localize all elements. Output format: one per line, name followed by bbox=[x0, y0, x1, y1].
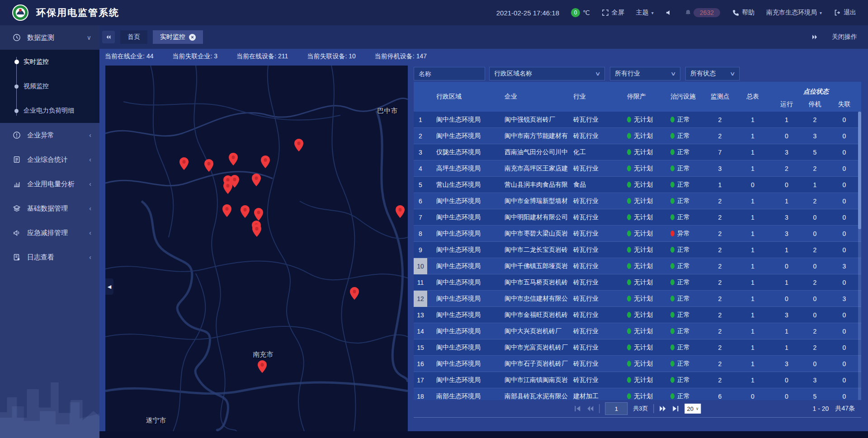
map-marker-icon[interactable] bbox=[261, 155, 270, 168]
sidebar-subitem[interactable]: 企业电力负荷明细 bbox=[0, 99, 99, 123]
table-row[interactable]: 16阆中生态环境局阆中市石子页岩机砖厂砖瓦行业无计划正常21300 bbox=[414, 356, 861, 372]
cell-industry: 建材加工 bbox=[570, 392, 622, 400]
mute-button[interactable] bbox=[665, 9, 673, 16]
page-size-select[interactable]: 20 ∨ bbox=[685, 404, 701, 414]
map-marker-icon[interactable] bbox=[204, 159, 213, 172]
cell-monitor-points: 2 bbox=[705, 246, 735, 254]
help-button[interactable]: 帮助 bbox=[732, 9, 755, 17]
cell-running: 1 bbox=[771, 246, 802, 254]
theme-menu[interactable]: 主题 ▾ bbox=[636, 9, 654, 17]
tab-bar: 首页 实时监控 × 关闭操作 bbox=[99, 25, 868, 49]
table-header: 行政区域 企业 行业 停限产 治污设施 监测点 总表 点位状态 运行 停机 失联 bbox=[414, 82, 861, 112]
sidebar-collapse-button[interactable]: ◀ bbox=[105, 278, 113, 295]
table-row[interactable]: 12阆中生态环境局阆中市忠信建材有限公砖瓦行业无计划正常21003 bbox=[414, 291, 861, 307]
table-row[interactable]: 18南部生态环境局南部县砖瓦水泥有限公建材加工无计划正常60050 bbox=[414, 388, 861, 400]
cell-offline: 0 bbox=[827, 279, 861, 286]
cell-running: 1 bbox=[771, 116, 802, 123]
table-row[interactable]: 5营山生态环境局营山县润丰肉食品有限食品无计划正常10010 bbox=[414, 177, 861, 193]
status-dot-icon bbox=[627, 344, 631, 350]
map-marker-icon[interactable] bbox=[396, 205, 405, 218]
pagination-controls: 共3页 20 ∨ bbox=[574, 400, 701, 417]
table-row[interactable]: 10阆中生态环境局阆中千佛镇五郎垭页岩砖瓦行业无计划正常21003 bbox=[414, 258, 861, 274]
close-tab-icon[interactable]: × bbox=[189, 34, 196, 41]
cell-region: 阆中生态环境局 bbox=[427, 230, 500, 238]
table-row[interactable]: 7阆中生态环境局阆中明阳建材有限公司砖瓦行业无计划正常21300 bbox=[414, 209, 861, 226]
table-row[interactable]: 8阆中生态环境局阆中市枣碧大梁山页岩砖瓦行业无计划异常21300 bbox=[414, 226, 861, 242]
table-row[interactable]: 14阆中生态环境局阆中大兴页岩机砖厂砖瓦行业无计划正常21120 bbox=[414, 323, 861, 339]
first-page-button[interactable] bbox=[574, 405, 581, 412]
map-marker-icon[interactable] bbox=[222, 204, 231, 217]
map-panel[interactable]: ◀ 巴中市南充市遂宁市 bbox=[105, 66, 408, 431]
sidebar-item[interactable]: 企业综合统计‹ bbox=[0, 147, 99, 172]
cell-offline: 0 bbox=[827, 377, 861, 384]
row-index: 16 bbox=[414, 356, 427, 372]
table-row[interactable]: 17阆中生态环境局阆中市江南镇阆南页岩砖瓦行业无计划正常21030 bbox=[414, 372, 861, 388]
sidebar-item[interactable]: 日志查看‹ bbox=[0, 245, 99, 269]
map-marker-icon[interactable] bbox=[350, 287, 359, 300]
status-dot-icon bbox=[670, 231, 675, 236]
status-dot-icon bbox=[627, 165, 631, 171]
cell-industry: 砖瓦行业 bbox=[570, 213, 622, 221]
tabs-scroll-right-button[interactable] bbox=[808, 31, 821, 43]
table-row[interactable]: 3仪陇生态环境局西南油气田分公司川中化工无计划正常71350 bbox=[414, 144, 861, 160]
close-operations-menu[interactable]: 关闭操作 bbox=[832, 33, 857, 41]
row-index: 7 bbox=[414, 209, 427, 226]
cell-industry: 砖瓦行业 bbox=[570, 327, 622, 335]
cell-meters: 1 bbox=[735, 360, 771, 367]
sidebar-subitem[interactable]: 视频监控 bbox=[0, 74, 99, 99]
map-marker-icon[interactable] bbox=[254, 208, 263, 221]
sidebar-item[interactable]: 数据监测∨ bbox=[0, 25, 99, 50]
region-filter-select[interactable]: 行政区域名称 ∨ bbox=[489, 67, 605, 80]
last-page-button[interactable] bbox=[672, 405, 679, 412]
table-scrollbar[interactable] bbox=[858, 112, 861, 400]
previous-page-button[interactable] bbox=[586, 405, 594, 412]
table-row[interactable]: 6阆中生态环境局阆中市金博瑞新型墙材砖瓦行业无计划正常21120 bbox=[414, 193, 861, 209]
status-filter-select[interactable]: 所有状态 ∨ bbox=[685, 67, 740, 80]
sidebar-item[interactable]: 企业用电量分析‹ bbox=[0, 172, 99, 196]
column-header-index bbox=[414, 82, 427, 112]
tabs-scroll-left-button[interactable] bbox=[102, 31, 115, 43]
tab-home[interactable]: 首页 bbox=[120, 30, 147, 44]
table-row[interactable]: 9阆中生态环境局阆中市二龙长宝页岩砖砖瓦行业无计划正常21120 bbox=[414, 242, 861, 258]
map-marker-icon[interactable] bbox=[179, 157, 189, 170]
table-row[interactable]: 4高坪生态环境局南充市高坪区王家店建砖瓦行业无计划正常31220 bbox=[414, 160, 861, 177]
name-filter-input[interactable] bbox=[414, 67, 485, 80]
map-marker-icon[interactable] bbox=[223, 181, 232, 194]
status-dot-icon bbox=[627, 312, 631, 318]
temperature-badge: 0 bbox=[571, 8, 580, 17]
cell-facility-status: 正常 bbox=[665, 197, 705, 205]
industry-filter-select[interactable]: 所有行业 ∨ bbox=[610, 67, 680, 80]
sidebar-item[interactable]: 企业异常‹ bbox=[0, 123, 99, 147]
sidebar-subitem[interactable]: 实时监控 bbox=[0, 50, 99, 74]
table-row[interactable]: 15阆中生态环境局阆中市光富页岩机砖厂砖瓦行业无计划正常21120 bbox=[414, 339, 861, 356]
logout-button[interactable]: 退出 bbox=[834, 9, 856, 17]
table-row[interactable]: 13阆中生态环境局阆中市金福旺页岩机砖砖瓦行业无计划正常21300 bbox=[414, 307, 861, 323]
stat-item: 当前在线企业:44 bbox=[105, 52, 153, 61]
next-page-button[interactable] bbox=[660, 405, 667, 412]
sidebar-item[interactable]: 基础数据管理‹ bbox=[0, 196, 99, 221]
cell-region: 阆中生态环境局 bbox=[427, 262, 500, 270]
tab-realtime-monitor[interactable]: 实时监控 × bbox=[153, 30, 203, 44]
cell-stopped: 5 bbox=[802, 393, 827, 400]
map-marker-icon[interactable] bbox=[294, 139, 303, 151]
map-marker-icon[interactable] bbox=[229, 153, 238, 165]
row-index: 4 bbox=[414, 160, 427, 177]
fullscreen-button[interactable]: 全屏 bbox=[602, 9, 624, 17]
notifications-button[interactable]: 2632 bbox=[684, 8, 720, 17]
cell-enterprise: 阆中市光富页岩机砖厂 bbox=[500, 344, 570, 352]
org-menu[interactable]: 南充市生态环境局 ▾ bbox=[766, 9, 822, 17]
map-marker-icon[interactable] bbox=[252, 174, 261, 186]
table-row[interactable]: 11阆中生态环境局阆中市五马桥页岩机砖砖瓦行业无计划正常21120 bbox=[414, 274, 861, 291]
logout-icon bbox=[834, 9, 841, 16]
sidebar-item[interactable]: 应急减排管理‹ bbox=[0, 221, 99, 245]
chevron-left-icon: ‹ bbox=[89, 132, 91, 139]
map-marker-icon[interactable] bbox=[241, 205, 250, 218]
page-number-input[interactable] bbox=[605, 402, 627, 415]
table-row[interactable]: 2阆中生态环境局阆中市南方节能建材有砖瓦行业无计划正常21030 bbox=[414, 128, 861, 144]
map-marker-icon[interactable] bbox=[252, 224, 261, 237]
cell-enterprise: 阆中市金博瑞新型墙材 bbox=[500, 197, 570, 205]
table-row[interactable]: 1阆中生态环境局阆中强锐页岩砖厂砖瓦行业无计划正常21120 bbox=[414, 112, 861, 128]
cell-meters: 1 bbox=[735, 149, 771, 156]
map-marker-icon[interactable] bbox=[258, 360, 267, 373]
cell-running: 3 bbox=[771, 149, 802, 156]
